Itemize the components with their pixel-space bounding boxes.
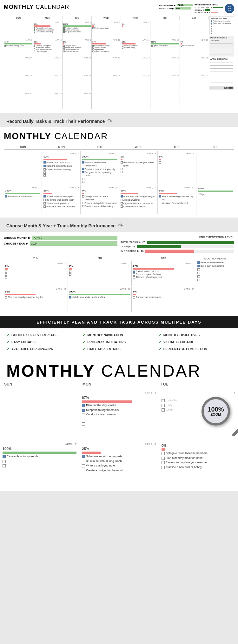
features-grid: ✓ GOOGLE SHEETS TEMPLATE ✓ MONTHLY NAVIG…	[6, 333, 232, 352]
p-task: Read a chapter of a book	[133, 273, 194, 276]
cell-empty-w5-7	[180, 92, 209, 109]
z-task	[43, 174, 79, 177]
z-cell-apr4: APRIL, 4 0%	[158, 151, 195, 184]
task: Conduct a team meeting	[34, 31, 61, 33]
pct-bar	[43, 193, 52, 194]
plans-item-1: Finish home renovation	[197, 261, 233, 264]
month-bar[interactable]: APRIL	[177, 4, 193, 6]
big-task: Create a budget for the month	[82, 469, 156, 473]
day-headers: SUN MON TUE WED THU FRI SAT	[4, 16, 209, 20]
cell-apr13: APR, 13 0% Market research	[180, 38, 209, 56]
big-cell-empty	[0, 389, 79, 440]
pct-bar	[43, 159, 67, 160]
z-hdr-wed: WED	[119, 144, 157, 150]
cell-apr14: APR, 14	[4, 56, 33, 74]
s3-inprocess-bar-container	[145, 250, 234, 253]
p-task	[5, 270, 66, 273]
p-task	[69, 270, 130, 273]
s3-done-row: DONE ▶ 13	[121, 245, 234, 248]
cell-apr12: APR, 12 100% Update social profiles	[150, 38, 179, 56]
birthday-line-6	[210, 75, 233, 77]
cell-apr27: APR, 27	[180, 74, 209, 91]
desc-2-text: Choose Month & Year + Track Monthly Perf…	[6, 223, 116, 228]
z-cell-apr9: APRIL, 9 0% Delegate tasks to team membe…	[81, 185, 119, 214]
hdr-thu: THU	[121, 16, 150, 20]
chooser-month-label: CHOOSE MONTH ▶	[4, 236, 30, 239]
pct-bar	[5, 268, 8, 270]
hdr-sat: SAT	[180, 16, 209, 20]
z-task: 30-minute walk during lunch	[43, 198, 79, 202]
s3-total-row: TOTAL TASKS ▶ 29	[121, 241, 234, 244]
cell-apr2: APR, 2 100% Practice meditation Explore …	[63, 21, 91, 38]
chooser-year-value: 2024	[31, 242, 37, 245]
done-counter: 3/9 DONE	[209, 86, 234, 90]
plans-item-3	[197, 268, 233, 271]
cell-apr3: APR, 3 0% Review career goals	[92, 21, 121, 38]
partial-week-2: APRIL, 11 50% Plan a weekend getaway or …	[4, 287, 195, 312]
pct-bar	[92, 25, 94, 27]
z-task: Practice a new skill or hobby	[82, 205, 117, 208]
cell-apr20: APR, 20	[180, 56, 209, 74]
big-title-bold: MONTHLY	[6, 362, 95, 380]
p-cell-apr6: APRIL, 6 67% Call a friend to catch up R…	[132, 261, 195, 286]
cell-apr1: APR, 1 67% Plan out the day's tasks Resp…	[33, 21, 62, 38]
feature-2-text: MONTHLY NAVIGATION	[87, 333, 123, 337]
p-cell-apr4: APRIL, 4 0%	[4, 261, 68, 286]
calendar-header: MONTHLY CALENDAR CHOOSE MONTH ▶ APRIL CH…	[4, 4, 234, 14]
cell-apr7: APR, 7 100% Research industry trends	[4, 38, 33, 56]
partial-headers: THU FRI SAT	[4, 256, 195, 260]
z-cell-empty2	[196, 151, 234, 184]
plan-item-5	[211, 28, 233, 30]
big-cell-apr1: APRIL, 1 67% Plan out the day's tasks Re…	[79, 389, 158, 440]
total-tasks-bar	[213, 7, 223, 8]
monthly-plans-title: MONTHLY PLANS	[211, 17, 233, 19]
pct-bar	[133, 268, 174, 270]
check-icon-5: ✓	[82, 340, 85, 345]
pct-bar	[122, 43, 136, 44]
chooser-year-bar[interactable]: 2024	[30, 241, 117, 246]
z-hdr-sun: SUN	[4, 144, 42, 150]
s3-inprocess-value: 16	[141, 250, 144, 252]
calendar-sidebar: MONTHLY PLANS Finish home renovation Buy…	[209, 16, 234, 109]
big-task	[82, 426, 156, 430]
chooser-month-bar[interactable]: APRIL	[32, 236, 117, 240]
goals-line-3	[210, 47, 233, 49]
plans-checkbox-2[interactable]	[197, 265, 200, 267]
year-bar[interactable]: 2024	[175, 7, 191, 10]
big-hdr-sun: SUN	[2, 381, 80, 388]
task: Practice a new skill	[63, 50, 91, 52]
big-cell-apr2: A ...mindful ...city ...mon 100% ZOOM	[159, 389, 238, 440]
pct-bar	[82, 193, 84, 194]
month-value: APRIL	[178, 4, 183, 6]
pct-bar	[162, 448, 165, 451]
pct-bar	[159, 159, 161, 160]
big-task: 30-minute walk during lunch	[82, 460, 156, 463]
big-hdr-mon: MON	[80, 381, 158, 388]
z-task: Plan out the day's tasks	[43, 161, 79, 164]
partial-calendar: THU FRI SAT APRIL, 4 0% APRIL, 5 0%	[4, 256, 234, 312]
z-task	[121, 168, 156, 170]
z-task: Volunteer for a local event	[159, 202, 194, 205]
calendar-title: MONTHLY CALENDAR	[4, 4, 69, 10]
big-task: Plan out the day's tasks	[82, 404, 156, 407]
pct-bar	[63, 43, 64, 44]
hdr-wed: WED	[92, 16, 121, 20]
pct-bar	[159, 193, 177, 194]
week-2: APR, 7 100% Research industry trends APR…	[4, 38, 209, 56]
z-cell-apr8: APRIL, 8 25% Schedule social media posts…	[42, 185, 80, 214]
big-cell-apr8: APRIL, 8 25% Schedule social media posts…	[79, 440, 158, 491]
p-task: Update your social media profiles	[69, 296, 130, 299]
choose-month-label: CHOOSE MONTH ▶	[158, 4, 175, 6]
task: Create a budget	[34, 50, 61, 52]
z-task: Upd...	[198, 193, 233, 196]
pct-bar	[151, 43, 179, 44]
pct-bar	[69, 294, 130, 295]
big-cell-apr9: 0% Delegate tasks to team members Plan a…	[159, 440, 238, 491]
big-task: Respond to urgent emails	[82, 408, 156, 412]
cell-empty-w5-6	[150, 92, 179, 109]
done-row: DONE ▶ 9	[195, 9, 223, 11]
plans-checkbox-1[interactable]	[197, 261, 200, 264]
zoomed-title: MONTHLY CALENDAR	[4, 131, 234, 141]
p-task: Conduct market research	[133, 296, 194, 299]
z-task: Write a thank-you note	[43, 202, 79, 205]
